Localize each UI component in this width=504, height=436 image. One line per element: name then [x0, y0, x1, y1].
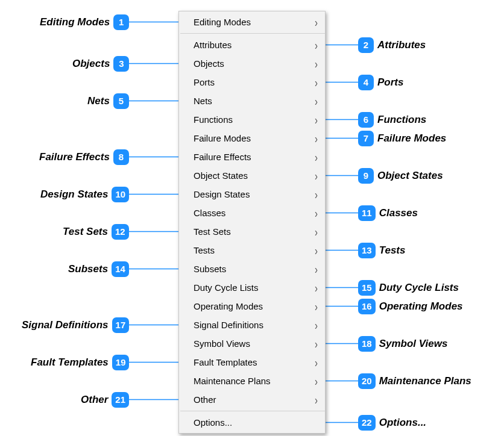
callout-number: 4	[358, 75, 374, 90]
menu-item-label: Duty Cycle Lists	[194, 282, 259, 293]
menu-item-failure-modes[interactable]: Failure Modes›	[179, 129, 325, 148]
callout-number: 6	[358, 112, 374, 128]
menu-separator	[180, 33, 325, 34]
callout-21: 21Other	[81, 392, 129, 408]
menu-item-label: Signal Definitions	[194, 320, 263, 330]
callout-15: 15Duty Cycle Lists	[358, 280, 459, 296]
menu-item-ports[interactable]: Ports›	[179, 73, 325, 92]
menu-item-label: Failure Modes	[194, 133, 251, 143]
callout-label: Objects	[72, 58, 110, 70]
callout-16: 16Operating Modes	[358, 299, 463, 314]
callout-label: Fault Templates	[31, 357, 109, 369]
callout-number: 7	[358, 131, 374, 146]
callout-label: Design States	[40, 188, 108, 201]
chevron-right-icon: ›	[315, 281, 318, 295]
menu-item-classes[interactable]: Classes›	[179, 204, 325, 222]
callout-label: Other	[81, 394, 108, 406]
callout-number: 2	[358, 37, 374, 53]
menu-item-objects[interactable]: Objects›	[179, 54, 325, 73]
callout-number: 15	[358, 280, 376, 296]
menu-item-editing-modes[interactable]: Editing Modes›	[179, 13, 325, 31]
menu-separator	[180, 411, 325, 411]
menu-item-label: Ports	[194, 77, 215, 87]
menu-item-failure-effects[interactable]: Failure Effects›	[179, 148, 325, 166]
callout-number: 19	[112, 355, 130, 370]
callout-13: 13Tests	[358, 243, 405, 258]
callout-label: Operating Modes	[379, 301, 463, 313]
callout-20: 20Maintenance Plans	[358, 373, 471, 389]
menu-item-options[interactable]: Options...	[179, 413, 325, 432]
callout-2: 2Attributes	[358, 37, 426, 53]
callout-label: Classes	[379, 207, 418, 219]
menu-item-nets[interactable]: Nets›	[179, 92, 325, 110]
callout-22: 22Options...	[358, 415, 426, 431]
menu-item-label: Test Sets	[194, 226, 231, 237]
chevron-right-icon: ›	[315, 355, 318, 370]
menu-item-tests[interactable]: Tests›	[179, 241, 325, 260]
chevron-right-icon: ›	[315, 150, 318, 164]
menu-item-symbol-views[interactable]: Symbol Views›	[179, 334, 325, 353]
menu-item-signal-definitions[interactable]: Signal Definitions›	[179, 316, 325, 334]
chevron-right-icon: ›	[315, 15, 318, 30]
callout-17: 17Signal Definitions	[22, 317, 129, 333]
callout-3: 3Objects	[72, 56, 129, 72]
callout-8: 8Failure Effects	[39, 149, 129, 165]
menu-item-operating-modes[interactable]: Operating Modes›	[179, 297, 325, 316]
menu-item-label: Subsets	[194, 264, 226, 274]
chevron-right-icon: ›	[315, 187, 318, 202]
context-menu: Editing Modes›Attributes›Objects›Ports›N…	[178, 11, 326, 434]
chevron-right-icon: ›	[315, 94, 318, 108]
callout-12: 12Test Sets	[63, 224, 129, 240]
callout-number: 5	[113, 93, 129, 109]
menu-item-functions[interactable]: Functions›	[179, 110, 325, 129]
menu-item-subsets[interactable]: Subsets›	[179, 260, 325, 278]
callout-number: 11	[358, 205, 376, 221]
menu-item-label: Classes	[194, 208, 225, 218]
callout-number: 14	[112, 261, 129, 277]
chevron-right-icon: ›	[315, 318, 318, 332]
chevron-right-icon: ›	[315, 131, 318, 146]
callout-label: Symbol Views	[379, 338, 448, 350]
menu-item-attributes[interactable]: Attributes›	[179, 36, 325, 54]
callout-label: Test Sets	[63, 226, 108, 238]
menu-item-label: Design States	[194, 189, 250, 199]
chevron-right-icon: ›	[315, 374, 318, 388]
menu-item-other[interactable]: Other›	[179, 390, 325, 409]
chevron-right-icon: ›	[315, 206, 318, 220]
menu-item-fault-templates[interactable]: Fault Templates›	[179, 353, 325, 372]
callout-label: Signal Definitions	[22, 319, 109, 331]
chevron-right-icon: ›	[315, 113, 318, 127]
chevron-right-icon: ›	[315, 337, 318, 351]
callout-label: Nets	[87, 95, 110, 107]
callout-number: 21	[112, 392, 129, 408]
callout-number: 3	[113, 56, 129, 72]
menu-item-label: Objects	[194, 58, 224, 69]
callout-label: Tests	[379, 244, 406, 257]
menu-item-object-states[interactable]: Object States›	[179, 166, 325, 185]
callout-19: 19Fault Templates	[31, 355, 129, 370]
callout-number: 9	[358, 168, 374, 184]
menu-item-duty-cycle-lists[interactable]: Duty Cycle Lists›	[179, 278, 325, 297]
callout-label: Subsets	[68, 263, 108, 275]
menu-item-design-states[interactable]: Design States›	[179, 185, 325, 204]
callout-number: 18	[358, 336, 376, 352]
menu-item-label: Failure Effects	[194, 152, 251, 162]
menu-item-maintenance-plans[interactable]: Maintenance Plans›	[179, 372, 325, 390]
callout-number: 20	[358, 373, 376, 389]
menu-item-test-sets[interactable]: Test Sets›	[179, 222, 325, 241]
chevron-right-icon: ›	[315, 299, 318, 314]
callout-number: 10	[112, 187, 129, 202]
chevron-right-icon: ›	[315, 243, 318, 258]
menu-item-label: Tests	[194, 245, 215, 255]
chevron-right-icon: ›	[315, 393, 318, 407]
callout-label: Failure Modes	[377, 132, 446, 145]
callout-number: 13	[358, 243, 376, 258]
callout-label: Attributes	[377, 39, 426, 51]
menu-item-label: Symbol Views	[194, 338, 250, 349]
chevron-right-icon: ›	[315, 75, 318, 90]
menu-item-label: Fault Templates	[194, 357, 257, 367]
callout-4: 4Ports	[358, 75, 403, 90]
callout-number: 17	[112, 317, 130, 333]
callout-number: 8	[113, 149, 129, 165]
menu-item-label: Options...	[194, 417, 232, 428]
